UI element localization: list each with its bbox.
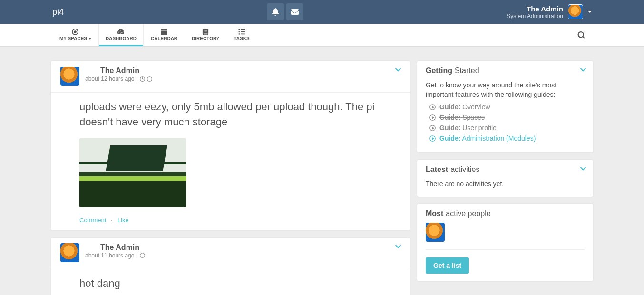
- nav-tasks[interactable]: TASKS: [226, 24, 256, 46]
- clock-icon: [140, 76, 145, 82]
- like-link[interactable]: Like: [117, 217, 129, 224]
- chevron-down-icon: [580, 165, 586, 172]
- chevron-down-icon: [395, 67, 401, 73]
- user-subtitle: System Administration: [507, 13, 563, 19]
- play-circle-icon: [429, 125, 436, 131]
- navbar: MY SPACES DASHBOARD CALENDAR DIRECTORY T…: [0, 24, 644, 47]
- nav-dashboard[interactable]: DASHBOARD: [98, 24, 144, 46]
- panel-collapse[interactable]: [580, 67, 586, 75]
- avatar[interactable]: [426, 223, 445, 242]
- post-meta: about 12 hours ago ·: [85, 76, 152, 82]
- caret-down-icon: [88, 38, 91, 40]
- user-names: The Admin System Administration: [507, 5, 563, 19]
- post-meta: about 11 hours ago ·: [85, 252, 145, 259]
- post-header: The Admin about 11 hours ago ·: [51, 238, 410, 266]
- nav-calendar[interactable]: CALENDAR: [144, 24, 185, 46]
- bell-icon: [272, 8, 279, 16]
- nav-my-spaces[interactable]: MY SPACES: [52, 24, 98, 46]
- post-author[interactable]: The Admin: [100, 67, 152, 75]
- topbar-center: [64, 3, 507, 20]
- post-actions: Comment · Like: [51, 214, 410, 230]
- messages-button[interactable]: [286, 3, 303, 20]
- post-panel: The Admin about 12 hours ago · uploads w…: [51, 61, 410, 230]
- getting-started-panel: Getting Started Get to know your way aro…: [417, 61, 593, 152]
- avatar[interactable]: [60, 243, 79, 262]
- guide-administration[interactable]: Guide: Administration (Modules): [429, 134, 585, 142]
- notifications-button[interactable]: [267, 3, 284, 20]
- avatar: [568, 4, 583, 19]
- crosshair-icon: [72, 29, 78, 35]
- panel-title: Most active people: [426, 209, 585, 218]
- page: The Admin about 12 hours ago · uploads w…: [51, 61, 593, 295]
- post-author[interactable]: The Admin: [100, 243, 145, 252]
- post-menu[interactable]: [395, 243, 401, 251]
- main-column: The Admin about 12 hours ago · uploads w…: [51, 61, 410, 295]
- latest-activities-panel: Latest activities There are no activitie…: [417, 160, 593, 197]
- nav-label: DASHBOARD: [106, 36, 137, 41]
- dashboard-icon: [117, 29, 124, 35]
- post-time: about 11 hours ago: [85, 252, 134, 259]
- guide-spaces[interactable]: Guide: Spaces: [429, 114, 585, 121]
- comment-link[interactable]: Comment: [79, 217, 106, 224]
- guide-list: Guide: Overview Guide: Spaces Guide: Use…: [426, 103, 585, 142]
- globe-icon: [140, 253, 145, 258]
- most-active-people-panel: Most active people Get a list: [417, 204, 593, 281]
- user-menu[interactable]: The Admin System Administration: [507, 4, 644, 19]
- chevron-down-icon: [395, 243, 401, 250]
- envelope-icon: [291, 8, 299, 16]
- chevron-down-icon: [580, 67, 586, 73]
- post-text: hot dang: [79, 276, 381, 291]
- caret-down-icon: [588, 11, 592, 13]
- post-time: about 12 hours ago: [85, 76, 134, 82]
- nav-label: DIRECTORY: [192, 36, 219, 41]
- play-circle-icon: [429, 135, 436, 142]
- post-panel: The Admin about 11 hours ago · hot dang …: [51, 238, 410, 295]
- search-icon: [577, 31, 585, 39]
- get-a-list-button[interactable]: Get a list: [426, 257, 469, 274]
- guide-overview[interactable]: Guide: Overview: [429, 103, 585, 111]
- panel-intro: Get to know your way around the site's m…: [426, 81, 585, 99]
- sidebar: Getting Started Get to know your way aro…: [417, 61, 593, 295]
- play-circle-icon: [429, 104, 436, 110]
- calendar-icon: [161, 29, 167, 35]
- topbar: pi4 The Admin System Administration: [0, 0, 644, 24]
- nav-directory[interactable]: DIRECTORY: [185, 24, 226, 46]
- post-body: hot dang: [51, 269, 410, 295]
- book-icon: [202, 29, 209, 35]
- post-image[interactable]: [79, 138, 186, 207]
- activities-empty: There are no activities yet.: [426, 180, 585, 189]
- brand[interactable]: pi4: [52, 7, 64, 17]
- avatar[interactable]: [60, 67, 79, 86]
- guide-user-profile[interactable]: Guide: User profile: [429, 124, 585, 132]
- nav-label: MY SPACES: [59, 36, 87, 41]
- post-header: The Admin about 12 hours ago ·: [51, 61, 410, 89]
- panel-title: Latest activities: [426, 165, 585, 174]
- tasks-icon: [238, 29, 245, 35]
- nav-search[interactable]: [571, 24, 592, 46]
- play-circle-icon: [429, 114, 436, 121]
- people-row: [426, 223, 585, 242]
- post-text: uploads were eezy, only 5mb allowed per …: [79, 99, 381, 130]
- panel-collapse[interactable]: [580, 165, 586, 173]
- nav-label: CALENDAR: [151, 36, 177, 41]
- nav-label: TASKS: [234, 36, 249, 41]
- panel-title: Getting Started: [426, 67, 585, 75]
- user-display-name: The Admin: [507, 5, 563, 13]
- globe-icon: [147, 76, 152, 82]
- post-body: uploads were eezy, only 5mb allowed per …: [51, 93, 410, 214]
- post-menu[interactable]: [395, 67, 401, 75]
